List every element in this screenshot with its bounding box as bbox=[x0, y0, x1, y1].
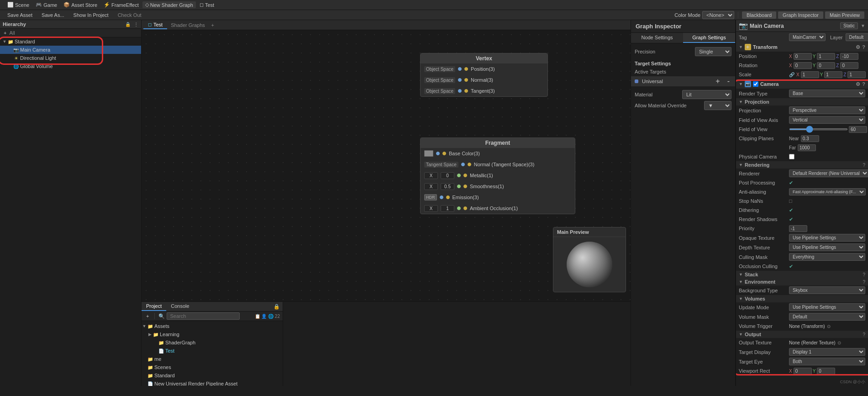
color-mode-select[interactable]: <None> bbox=[702, 11, 734, 19]
tab-frame-effect[interactable]: ⚡ FrameEffect bbox=[101, 1, 142, 8]
anti-aliasing-select[interactable]: Fast Approximate Anti-aliasing (F... bbox=[789, 188, 866, 195]
blackboard-tab-btn[interactable]: Blackboard bbox=[742, 11, 776, 19]
background-type-select[interactable]: Skybox bbox=[789, 286, 865, 294]
near-input[interactable] bbox=[801, 135, 819, 142]
far-input[interactable] bbox=[798, 144, 816, 151]
check-out-button[interactable]: Check Out bbox=[114, 12, 145, 18]
save-asset-button[interactable]: Save Asset bbox=[4, 12, 36, 18]
tree-item-scenes[interactable]: 📁 Scenes bbox=[142, 363, 283, 371]
stack-help-icon[interactable]: ? bbox=[863, 272, 865, 277]
transform-settings-icon[interactable]: ⚙ bbox=[856, 44, 860, 50]
hierarchy-item-main-camera[interactable]: 📷 Main Camera bbox=[0, 46, 141, 54]
priority-input[interactable] bbox=[789, 225, 807, 232]
renderer-select[interactable]: Default Renderer (New Universal bbox=[789, 169, 868, 177]
camera-section-header[interactable]: ▼ 📷 Camera ⚙ ? bbox=[736, 79, 868, 89]
shader-tab-add-btn[interactable]: + bbox=[209, 21, 217, 29]
vertex-normal-in-port[interactable] bbox=[458, 78, 462, 82]
hierarchy-item-directional-light[interactable]: ☀ Directional Light bbox=[0, 54, 141, 62]
fragment-basecolor-in-port[interactable] bbox=[436, 152, 440, 155]
gi-tab-graph-settings[interactable]: Graph Settings bbox=[683, 33, 735, 43]
fragment-emission-out-port[interactable] bbox=[446, 195, 450, 199]
gi-add-target-btn[interactable]: + bbox=[714, 77, 721, 85]
depth-texture-select[interactable]: Use Pipeline Settings bbox=[789, 243, 865, 251]
fragment-smoothness-in-port[interactable] bbox=[457, 185, 461, 188]
layer-select[interactable]: Default bbox=[846, 33, 868, 41]
vertex-tangent-out-port[interactable] bbox=[464, 89, 468, 93]
rendering-foldout[interactable]: ▼ Rendering ? bbox=[736, 161, 868, 169]
projection-foldout[interactable]: ▼ Projection bbox=[736, 98, 868, 106]
scale-y-input[interactable] bbox=[824, 71, 842, 78]
search-input[interactable] bbox=[167, 312, 240, 320]
smoothness-value[interactable]: 0.5 bbox=[441, 183, 454, 190]
physical-camera-checkbox[interactable] bbox=[789, 154, 794, 159]
viewport-x-input[interactable] bbox=[794, 368, 812, 375]
rot-x-input[interactable] bbox=[794, 62, 812, 69]
pos-z-input[interactable] bbox=[840, 53, 858, 60]
fragment-emission-in-port[interactable] bbox=[440, 195, 443, 199]
tab-game[interactable]: 🎮 Game bbox=[33, 1, 60, 8]
tree-item-shadergraph[interactable]: 📁 ShaderGraph bbox=[142, 338, 283, 347]
fragment-metallic-out-port[interactable] bbox=[463, 174, 467, 177]
volume-mask-select[interactable]: Default bbox=[789, 313, 865, 321]
ao-value[interactable]: 1 bbox=[441, 205, 454, 212]
vertex-normal-out-port[interactable] bbox=[464, 78, 468, 82]
tree-item-urp-asset[interactable]: 📄 New Universal Render Pipeline Asset bbox=[142, 380, 283, 386]
pos-x-input[interactable] bbox=[794, 53, 812, 60]
static-dropdown-icon[interactable]: ▼ bbox=[861, 23, 865, 28]
volume-trigger-icon[interactable]: ⊙ bbox=[827, 324, 831, 329]
gi-tab-node-settings[interactable]: Node Settings bbox=[631, 33, 683, 43]
render-type-select[interactable]: Base bbox=[789, 90, 865, 97]
tab-test[interactable]: ◻ Test bbox=[197, 1, 217, 8]
shader-canvas[interactable]: Vertex Object Space Position(3) Object S… bbox=[142, 30, 631, 301]
gi-remove-target-btn[interactable]: - bbox=[726, 77, 731, 85]
tree-item-test[interactable]: 📄 Test bbox=[142, 347, 283, 355]
fragment-normal-out-port[interactable] bbox=[468, 163, 471, 166]
fov-slider[interactable] bbox=[789, 128, 848, 130]
transform-help-icon[interactable]: ? bbox=[862, 44, 865, 50]
tree-item-assets[interactable]: ▼ 📁 Assets bbox=[142, 322, 283, 330]
target-eye-select[interactable]: Both bbox=[789, 358, 865, 365]
vertex-tangent-in-port[interactable] bbox=[458, 89, 462, 93]
tab-scene[interactable]: ⬜ Scene bbox=[5, 1, 32, 8]
output-texture-icon[interactable]: ⊙ bbox=[837, 340, 841, 345]
output-foldout[interactable]: ▼ Output ? bbox=[736, 331, 868, 338]
rendering-help-icon[interactable]: ? bbox=[863, 163, 865, 168]
vertex-pos-out-port[interactable] bbox=[464, 67, 468, 71]
fragment-normal-in-port[interactable] bbox=[461, 163, 465, 166]
gi-material-select[interactable]: Lit bbox=[682, 90, 731, 99]
rot-z-input[interactable] bbox=[840, 62, 858, 69]
output-help-icon[interactable]: ? bbox=[863, 332, 865, 337]
gi-override-select[interactable]: ▼ bbox=[704, 101, 731, 110]
viewport-y-input[interactable] bbox=[817, 368, 835, 375]
tag-select[interactable]: MainCamera bbox=[789, 33, 826, 41]
metallic-value[interactable]: 0 bbox=[441, 172, 454, 179]
hierarchy-add-btn[interactable]: + bbox=[2, 30, 8, 36]
shader-tab-test[interactable]: ◻ Test bbox=[143, 21, 167, 29]
pos-y-input[interactable] bbox=[817, 53, 835, 60]
tab-new-shader-graph[interactable]: ◇ New Shader Graph bbox=[142, 1, 196, 8]
volumes-foldout[interactable]: ▼ Volumes bbox=[736, 295, 868, 302]
project-add-btn[interactable]: + bbox=[144, 313, 151, 319]
culling-mask-select[interactable]: Everything bbox=[789, 253, 865, 261]
show-in-project-button[interactable]: Show In Project bbox=[70, 12, 112, 18]
update-mode-select[interactable]: Use Pipeline Settings bbox=[789, 303, 865, 311]
base-color-swatch[interactable] bbox=[424, 150, 433, 157]
target-display-select[interactable]: Display 1 bbox=[789, 348, 865, 356]
transform-section-header[interactable]: ▼ ✛ Transform ⚙ ? bbox=[736, 42, 868, 52]
environment-foldout[interactable]: ▼ Environment ? bbox=[736, 278, 868, 285]
env-help-icon[interactable]: ? bbox=[863, 280, 865, 285]
hierarchy-item-standard[interactable]: ▼ 📁 Standard ⋮ bbox=[0, 37, 141, 46]
camera-enabled-checkbox[interactable] bbox=[753, 81, 758, 87]
hierarchy-item-global-volume[interactable]: 🌐 Global Volume bbox=[0, 62, 141, 70]
fragment-metallic-in-port[interactable] bbox=[457, 174, 461, 177]
vertex-pos-in-port[interactable] bbox=[458, 67, 462, 71]
bottom-tab-console[interactable]: Console bbox=[166, 302, 194, 311]
main-preview-tab-btn[interactable]: Main Preview bbox=[825, 11, 864, 19]
tree-item-standard[interactable]: 📁 Standard bbox=[142, 371, 283, 380]
stack-foldout[interactable]: ▼ Stack ? bbox=[736, 271, 868, 278]
fragment-ao-out-port[interactable] bbox=[463, 206, 467, 210]
bottom-tab-project[interactable]: Project bbox=[142, 302, 166, 311]
rot-y-input[interactable] bbox=[817, 62, 835, 69]
camera-help-icon[interactable]: ? bbox=[862, 81, 865, 87]
gi-precision-select[interactable]: Single bbox=[695, 47, 731, 56]
